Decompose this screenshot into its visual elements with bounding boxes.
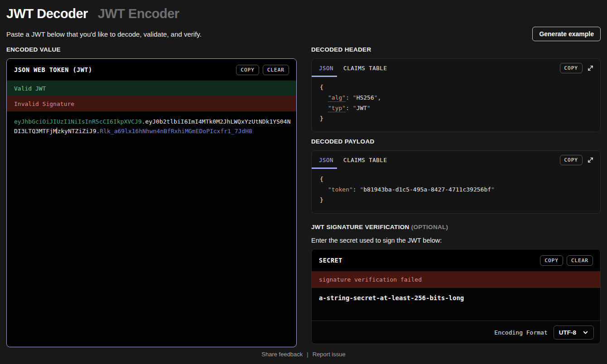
json-line-typ: "typ": "JWT" xyxy=(320,103,592,113)
report-issue-link[interactable]: Report issue xyxy=(313,351,346,358)
copy-header-button[interactable]: COPY xyxy=(560,63,583,73)
json-close-brace: } xyxy=(320,195,592,205)
token-signature-segment: Rlk_a69lx16hNhwn4nBfRxhiMGmEDoPIcxfr1_7J… xyxy=(100,128,252,134)
clear-jwt-button[interactable]: CLEAR xyxy=(263,65,289,75)
token-payload-segment-after: zkyNTZiZiJ9 xyxy=(57,128,96,134)
copy-payload-button[interactable]: COPY xyxy=(560,155,583,165)
share-feedback-link[interactable]: Share feedback xyxy=(261,351,303,358)
json-line-alg: "alg": "HS256", xyxy=(320,92,592,103)
jwt-card-title: JSON WEB TOKEN (JWT) xyxy=(14,66,92,73)
json-open-brace: { xyxy=(320,82,592,92)
encoding-format-label: Encoding Format xyxy=(494,329,547,336)
page-footer: Share feedback|Report issue xyxy=(0,351,607,358)
footer-separator: | xyxy=(307,351,308,358)
valid-jwt-banner: Valid JWT xyxy=(7,81,296,96)
json-open-brace: { xyxy=(320,174,592,184)
tab-payload-json[interactable]: JSON xyxy=(312,157,333,163)
expand-icon xyxy=(587,157,594,163)
app-mode-tabs: JWT Decoder JWT Encoder xyxy=(6,6,601,24)
token-separator: . xyxy=(142,118,145,125)
encoded-value-label: ENCODED VALUE xyxy=(6,46,297,54)
decoded-payload-json: { "token": "b81943ba-d1c5-495a-8427-4711… xyxy=(312,169,600,211)
signature-failed-banner: signature verification failed xyxy=(312,271,600,288)
copy-secret-button[interactable]: COPY xyxy=(540,255,563,266)
token-header-segment: eyJhbGciOiJIUzI1NiIsInR5cCI6IkpXVCJ9 xyxy=(14,118,142,125)
signature-verification-title: JWT SIGNATURE VERIFICATION xyxy=(311,224,409,230)
chevron-down-icon xyxy=(583,330,588,335)
active-tab-underline xyxy=(312,168,337,169)
secret-card-title: SECRET xyxy=(319,257,342,264)
valid-jwt-banner-text: Valid JWT xyxy=(14,85,46,92)
tab-jwt-encoder[interactable]: JWT Encoder xyxy=(98,6,179,21)
tab-jwt-decoder[interactable]: JWT Decoder xyxy=(6,6,88,21)
jwt-token-input[interactable]: eyJhbGciOiJIUzI1NiIsInR5cCI6IkpXVCJ9.eyJ… xyxy=(7,111,296,347)
json-line-token: "token": "b81943ba-d1c5-495a-8427-4711c3… xyxy=(320,184,592,195)
secret-card-header: SECRET COPY CLEAR xyxy=(312,249,600,271)
invalid-signature-banner-text: Invalid Signature xyxy=(14,101,74,107)
json-close-brace: } xyxy=(320,113,592,124)
jwt-card-header: JSON WEB TOKEN (JWT) COPY CLEAR xyxy=(7,59,296,81)
secret-input[interactable]: a-string-secret-at-least-256-bits-long xyxy=(312,288,600,321)
secret-card: SECRET COPY CLEAR signature verification… xyxy=(311,249,601,344)
encoding-format-dropdown[interactable]: UTF-8 xyxy=(554,326,594,340)
encoding-format-value: UTF-8 xyxy=(559,329,576,336)
secret-value-text: a-string-secret-at-least-256-bits-long xyxy=(319,294,464,302)
tab-payload-claims-table[interactable]: CLAIMS TABLE xyxy=(333,157,387,163)
page-subtitle: Paste a JWT below that you'd like to dec… xyxy=(6,30,202,38)
decoded-header-label: DECODED HEADER xyxy=(311,46,601,54)
decoded-header-card: JSON CLAIMS TABLE COPY { "alg": "HS256",… xyxy=(311,58,601,132)
expand-payload-button[interactable] xyxy=(587,157,594,163)
tab-header-json[interactable]: JSON xyxy=(312,65,333,72)
decoded-payload-tab-row: JSON CLAIMS TABLE COPY xyxy=(312,151,600,169)
generate-example-button[interactable]: Generate example xyxy=(532,27,601,41)
encoded-value-card: JSON WEB TOKEN (JWT) COPY CLEAR Valid JW… xyxy=(6,58,297,347)
decoded-payload-label: DECODED PAYLOAD xyxy=(311,138,601,146)
clear-secret-button[interactable]: CLEAR xyxy=(567,255,593,266)
top-bar: JWT Decoder JWT Encoder Paste a JWT belo… xyxy=(0,0,607,42)
expand-header-button[interactable] xyxy=(587,65,594,72)
secret-instruction: Enter the secret used to sign the JWT be… xyxy=(311,237,601,245)
signature-verification-label: JWT SIGNATURE VERIFICATION (OPTIONAL) xyxy=(311,224,601,231)
signature-failed-banner-text: signature verification failed xyxy=(319,276,422,283)
optional-tag-text: (OPTIONAL) xyxy=(411,224,448,230)
decoded-header-json: { "alg": "HS256", "typ": "JWT" } xyxy=(312,77,600,130)
encoding-format-row: Encoding Format UTF-8 xyxy=(312,321,600,344)
active-tab-underline xyxy=(312,76,337,77)
decoded-header-tab-row: JSON CLAIMS TABLE COPY xyxy=(312,59,600,77)
decoded-payload-card: JSON CLAIMS TABLE COPY { "token": "b8194… xyxy=(311,150,601,214)
invalid-signature-banner: Invalid Signature xyxy=(7,96,296,111)
copy-jwt-button[interactable]: COPY xyxy=(236,65,259,75)
expand-icon xyxy=(587,65,594,72)
tab-header-claims-table[interactable]: CLAIMS TABLE xyxy=(333,65,387,72)
